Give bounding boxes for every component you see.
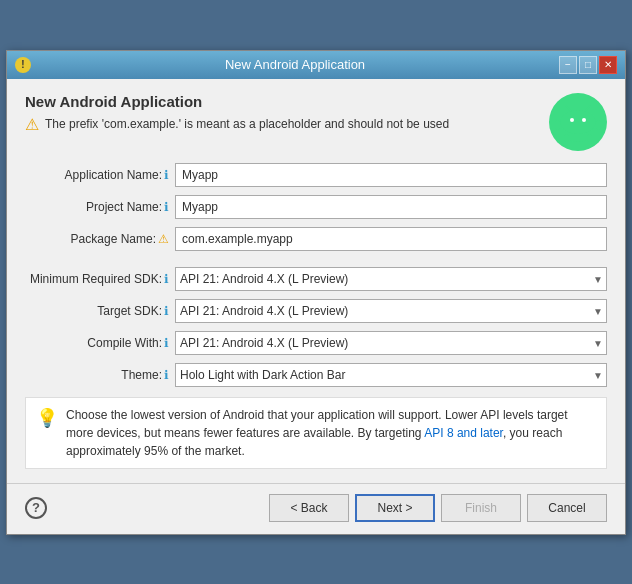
theme-select-wrapper: Holo Light with Dark Action Bar Holo Dar… — [175, 363, 607, 387]
svg-point-2 — [560, 110, 596, 134]
svg-line-5 — [566, 106, 571, 111]
svg-rect-8 — [587, 134, 592, 142]
target-sdk-row: Target SDK: ℹ API 21: Android 4.X (L Pre… — [25, 299, 607, 323]
min-sdk-label: Minimum Required SDK: ℹ — [25, 272, 175, 286]
hint-section: 💡 Choose the lowest version of Android t… — [25, 397, 607, 469]
android-svg-icon — [554, 98, 602, 146]
page-title: New Android Application — [25, 93, 549, 110]
title-bar: ! New Android Application − □ ✕ — [7, 51, 625, 79]
help-area: ? — [25, 497, 47, 519]
cancel-button[interactable]: Cancel — [527, 494, 607, 522]
application-name-input[interactable] — [175, 163, 607, 187]
header-row: New Android Application ⚠ The prefix 'co… — [25, 93, 607, 151]
compile-with-label: Compile With: ℹ — [25, 336, 175, 350]
package-name-label: Package Name: ⚠ — [25, 232, 175, 246]
package-name-warn-icon: ⚠ — [158, 232, 169, 246]
svg-point-4 — [582, 118, 586, 122]
svg-rect-10 — [596, 120, 601, 130]
min-sdk-row: Minimum Required SDK: ℹ API 21: Android … — [25, 267, 607, 291]
app-name-info-icon: ℹ — [164, 168, 169, 182]
package-name-input[interactable] — [175, 227, 607, 251]
hint-bulb-icon: 💡 — [36, 407, 58, 429]
project-name-input[interactable] — [175, 195, 607, 219]
close-button[interactable]: ✕ — [599, 56, 617, 74]
compile-with-row: Compile With: ℹ API 21: Android 4.X (L P… — [25, 331, 607, 355]
hint-text: Choose the lowest version of Android tha… — [66, 406, 596, 460]
package-name-row: Package Name: ⚠ — [25, 227, 607, 251]
project-name-label: Project Name: ℹ — [25, 200, 175, 214]
api-link[interactable]: API 8 and later — [424, 426, 503, 440]
button-bar: ? < Back Next > Finish Cancel — [7, 483, 625, 534]
svg-point-3 — [570, 118, 574, 122]
help-button[interactable]: ? — [25, 497, 47, 519]
svg-rect-7 — [564, 134, 569, 142]
project-name-info-icon: ℹ — [164, 200, 169, 214]
form-section: Application Name: ℹ Project Name: ℹ Pack… — [25, 163, 607, 387]
next-button[interactable]: Next > — [355, 494, 435, 522]
theme-select[interactable]: Holo Light with Dark Action Bar Holo Dar… — [175, 363, 607, 387]
window-icon: ! — [15, 57, 31, 73]
svg-rect-9 — [555, 120, 560, 130]
main-window: ! New Android Application − □ ✕ New Andr… — [6, 50, 626, 535]
warning-text: The prefix 'com.example.' is meant as a … — [45, 116, 449, 133]
theme-label: Theme: ℹ — [25, 368, 175, 382]
theme-row: Theme: ℹ Holo Light with Dark Action Bar… — [25, 363, 607, 387]
window-controls: − □ ✕ — [559, 56, 617, 74]
application-name-label: Application Name: ℹ — [25, 168, 175, 182]
compile-with-select-wrapper: API 21: Android 4.X (L Preview) API 20: … — [175, 331, 607, 355]
target-sdk-select[interactable]: API 21: Android 4.X (L Preview) API 20: … — [175, 299, 607, 323]
min-sdk-info-icon: ℹ — [164, 272, 169, 286]
header-left: New Android Application ⚠ The prefix 'co… — [25, 93, 549, 133]
target-sdk-select-wrapper: API 21: Android 4.X (L Preview) API 20: … — [175, 299, 607, 323]
navigation-buttons: < Back Next > Finish Cancel — [269, 494, 607, 522]
project-name-row: Project Name: ℹ — [25, 195, 607, 219]
dialog-content: New Android Application ⚠ The prefix 'co… — [7, 79, 625, 483]
minimize-button[interactable]: − — [559, 56, 577, 74]
restore-button[interactable]: □ — [579, 56, 597, 74]
target-sdk-label: Target SDK: ℹ — [25, 304, 175, 318]
warning-row: ⚠ The prefix 'com.example.' is meant as … — [25, 116, 549, 133]
finish-button[interactable]: Finish — [441, 494, 521, 522]
compile-with-select[interactable]: API 21: Android 4.X (L Preview) API 20: … — [175, 331, 607, 355]
min-sdk-select-wrapper: API 21: Android 4.X (L Preview) API 20: … — [175, 267, 607, 291]
compile-info-icon: ℹ — [164, 336, 169, 350]
window-title: New Android Application — [31, 57, 559, 72]
application-name-row: Application Name: ℹ — [25, 163, 607, 187]
theme-info-icon: ℹ — [164, 368, 169, 382]
min-sdk-select[interactable]: API 21: Android 4.X (L Preview) API 20: … — [175, 267, 607, 291]
back-button[interactable]: < Back — [269, 494, 349, 522]
warning-icon: ⚠ — [25, 117, 39, 133]
target-sdk-info-icon: ℹ — [164, 304, 169, 318]
svg-line-6 — [585, 106, 590, 111]
android-logo — [549, 93, 607, 151]
